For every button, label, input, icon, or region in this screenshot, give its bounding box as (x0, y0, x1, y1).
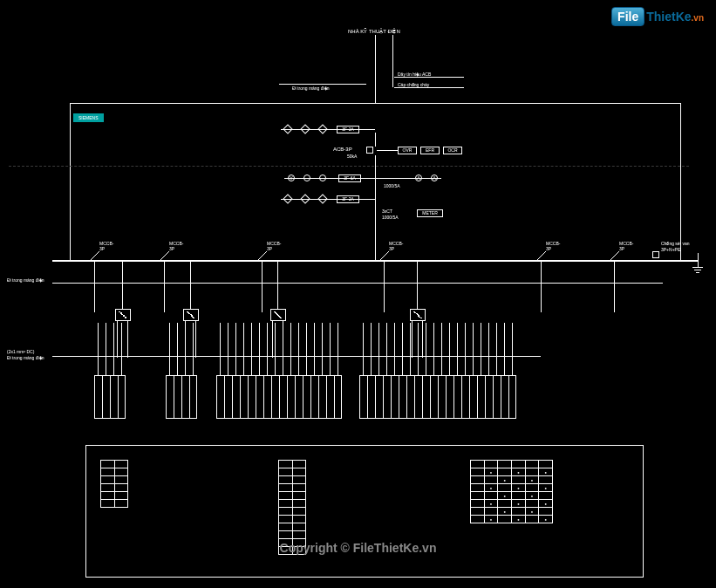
acb-symbol (366, 147, 373, 154)
fuse-row2-line (281, 199, 375, 200)
table-2 (278, 460, 306, 555)
junction-box-1 (183, 309, 199, 321)
dashed-divider (9, 166, 689, 167)
ground-symbol (698, 253, 708, 270)
svg-line-0 (91, 251, 99, 260)
load-bank-3 (359, 375, 516, 419)
main-vert (375, 173, 376, 236)
note-right-2: Cáp chống cháy (398, 82, 429, 87)
schedule-frame: ● ● ● ● ● ● ● ● ● ● ● ● ● ● ● ● ● ● (85, 445, 644, 578)
main-bus (52, 260, 698, 262)
ct-ratio-2: 1000/5A (382, 215, 399, 220)
note-left-incoming: Đi trong máng điện (292, 85, 329, 91)
enclosure-right (680, 103, 681, 260)
acb-sub: 50kA (347, 154, 357, 159)
surge-label-2: 3P+N+PE (661, 247, 680, 252)
svg-line-4 (537, 251, 546, 260)
riser-main-1 (375, 35, 376, 103)
instr-line (284, 178, 441, 179)
relay-line (377, 150, 398, 151)
note-trunk-1: Đi trong máng điện (7, 277, 44, 283)
brand-plate: SIEMENS (73, 113, 104, 122)
tray-line-2 (52, 356, 541, 357)
load-bank-0 (94, 375, 126, 419)
svg-line-2 (258, 251, 267, 260)
junction-box-2 (270, 309, 286, 321)
logo-right: ThietKe (646, 10, 691, 24)
guide-right-1 (394, 77, 464, 78)
note-trunk-2b: Đi trong máng điện (7, 355, 44, 360)
relay-ovr: OVR (398, 147, 417, 154)
acb-label: ACB-3P (333, 147, 352, 152)
junction-box-0 (115, 309, 131, 321)
logo-suffix: .vn (692, 13, 704, 23)
note-trunk-2a: (2x1 mm² DC) (7, 349, 34, 354)
svg-line-1 (160, 251, 169, 260)
acb-conn-down (375, 155, 376, 173)
svg-line-3 (380, 251, 389, 260)
ct-label: 3xCT (382, 209, 392, 214)
diagram-canvas: FileThietKe.vn NHÀ KỸ THUẬT ĐIỆN Đi tron… (0, 0, 716, 588)
surge-label-1: Chống sét van (661, 241, 689, 246)
guide-left (279, 84, 366, 85)
bus-feed (375, 236, 376, 260)
logo-left: File (611, 7, 644, 26)
note-right-1: Dây tín hiệu ACB (398, 72, 431, 77)
load-bank-2 (216, 375, 342, 419)
site-logo: FileThietKe.vn (611, 7, 704, 26)
fuse-row1-line (281, 129, 375, 130)
tray-line-1 (52, 283, 663, 284)
table-1 (100, 460, 128, 508)
load-bank-1 (166, 375, 197, 419)
riser-main-2 (392, 35, 393, 87)
enclosure-left (70, 103, 71, 260)
acb-conn-up (375, 133, 376, 147)
diagram-title: NHÀ KỸ THUẬT ĐIỆN (348, 28, 400, 34)
ct-ratio-1: 1000/5A (384, 183, 400, 188)
relay-ocr: OCR (443, 147, 462, 154)
table-3: ● ● ● ● ● ● ● ● ● ● ● ● ● ● ● ● ● ● (470, 460, 553, 523)
meter-box: METER (417, 209, 443, 217)
junction-box-3 (410, 309, 426, 321)
relay-efr: EFR (420, 147, 440, 154)
guide-right-2 (394, 87, 464, 88)
svg-line-5 (610, 251, 619, 260)
surge-symbol (652, 251, 659, 258)
enclosure-top (70, 103, 680, 104)
